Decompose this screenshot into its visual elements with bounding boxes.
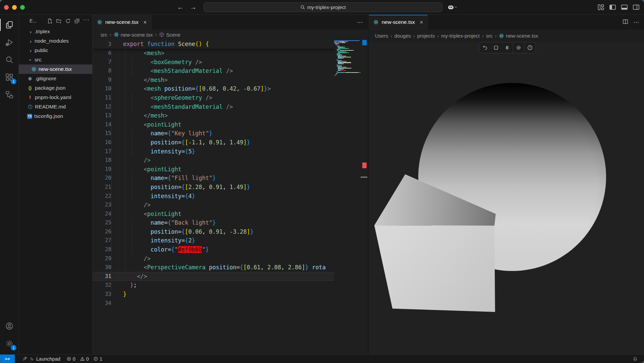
explorer-item-src[interactable]: ›src [19,55,92,64]
breadcrumb-Scene[interactable]: Scene [159,32,180,38]
nav-arrows: ← → [177,3,197,11]
code-line-22[interactable]: 22 intensity={4} [93,192,368,201]
activity-settings-icon[interactable]: 1 [0,335,18,352]
item-label: pnpm-lock.yaml [35,94,71,100]
forward-icon[interactable]: → [190,3,197,11]
explorer-item-tsconfig.json[interactable]: TStsconfig.json [19,111,92,121]
back-icon[interactable]: ← [177,3,184,11]
code-line-18[interactable]: 18 /> [93,156,368,165]
sticky-scroll-line[interactable]: 3export function Scene() { [93,40,368,49]
activity-run-debug-icon[interactable] [0,34,18,51]
minimize-button[interactable] [12,5,17,10]
activity-hierarchy-icon[interactable] [0,86,18,103]
new-file-icon[interactable] [47,18,53,24]
code-line-14[interactable]: 14 <pointLight [93,120,368,129]
tab-new-scene[interactable]: new-scene.tsx ✕ [93,15,151,30]
split-icon[interactable] [622,18,629,26]
zoom-button[interactable] [20,5,25,10]
line-number: 11 [93,93,111,102]
explorer-item-.gitignore[interactable]: .gitignore [19,74,92,83]
panel-tab-new-scene[interactable]: new-scene.tsx ✕ [369,15,428,30]
explorer-item-package.json[interactable]: {}package.json [19,83,92,93]
code-line-13[interactable]: 13 </mesh> [93,111,368,120]
gear-button[interactable] [513,42,524,53]
scene-viewport[interactable]: ? [369,42,644,354]
code-line-34[interactable]: 34 [93,299,368,308]
overview-ruler[interactable] [360,40,368,354]
more-icon[interactable]: ⋯ [357,19,363,26]
code-line-19[interactable]: 19 <pointLight [93,165,368,174]
tab-label: new-scene.tsx [105,19,139,25]
code-line-6[interactable]: 6 <mesh> [93,49,368,58]
more-icon[interactable]: ··· [83,18,89,24]
code-line-32[interactable]: 32 ); [93,281,368,290]
code-line-23[interactable]: 23 /> [93,200,368,210]
code-line-20[interactable]: 20 name={"Fill light"} [93,174,368,183]
new-folder-icon[interactable] [56,18,62,24]
rocket-icon [22,356,28,361]
pause-button[interactable] [501,42,513,53]
explorer-item-.triplex[interactable]: ›.triplex [19,27,92,36]
code-line-12[interactable]: 12 <meshStandardMaterial /> [93,102,368,111]
more-icon[interactable]: ⋯ [633,19,639,26]
close-panel-tab-icon[interactable]: ✕ [420,20,423,25]
help-button[interactable]: ? [525,42,536,53]
copilot-button[interactable]: › [447,3,457,11]
explorer-item-node_modules[interactable]: ›node_modules [19,36,92,46]
chevron-right-icon: › [29,38,33,44]
close-button[interactable] [4,5,9,10]
code-line-11[interactable]: 11 <sphereGeometry /> [93,93,368,102]
breadcrumb-src[interactable]: src [101,32,107,38]
code-line-15[interactable]: 15 name={"Key light"} [93,129,368,138]
code-line-26[interactable]: 26 position={[0.06, 0.91, -3.28]} [93,227,368,236]
explorer-item-README.md[interactable]: README.md [19,102,92,111]
problems-item[interactable]: 0 0 1 [63,355,105,363]
code-line-24[interactable]: 24 <pointLight [93,210,368,219]
code-line-25[interactable]: 25 name={"Back light"} [93,218,368,227]
undo-button[interactable] [479,42,490,53]
breadcrumb-douges[interactable]: douges [394,33,411,39]
code-line-31[interactable]: 31 </> [93,272,368,281]
explorer-item-public[interactable]: ›public [19,46,92,55]
activity-explorer-icon[interactable] [0,16,18,34]
line-number: 21 [93,183,111,192]
launchpad-item[interactable]: Launchpad [19,355,63,363]
breadcrumb-Users[interactable]: Users [375,33,388,39]
frame-button[interactable] [490,42,501,53]
refresh-icon[interactable] [65,18,71,24]
code-line-28[interactable]: 28 color={"#ef0b0b"} [93,245,368,254]
code-line-9[interactable]: 9 </mesh> [93,76,368,85]
code-line-7[interactable]: 7 <boxGeometry /> [93,58,368,67]
toggle-sidebar-left-icon[interactable] [609,3,616,11]
code-line-27[interactable]: 27 intensity={2} [93,236,368,245]
code-line-30[interactable]: 30 <PerspectiveCamera position={[0.61, 2… [93,263,368,272]
activity-search-icon[interactable] [0,51,18,69]
activity-account-icon[interactable] [0,317,18,335]
remote-indicator[interactable]: >< [0,355,15,363]
minimap[interactable] [334,40,360,354]
breadcrumb-src[interactable]: src [486,33,493,39]
code-line-21[interactable]: 21 position={[2.28, 0.91, 1.49]} [93,183,368,192]
code-line-17[interactable]: 17 intensity={5} [93,147,368,156]
toggle-sidebar-right-icon[interactable] [632,3,640,11]
command-center[interactable]: my-triplex-project [204,2,442,12]
activity-extensions-icon[interactable]: 1 [0,69,18,86]
breadcrumb-new-scene.tsx[interactable]: new-scene.tsx [114,32,153,38]
code-line-29[interactable]: 29 /> [93,254,368,263]
collapse-all-icon[interactable] [74,18,80,24]
code-line-33[interactable]: 33} [93,290,368,299]
close-tab-icon[interactable]: ✕ [143,20,147,25]
breadcrumb-my-triplex-project[interactable]: my-triplex-project [441,33,480,39]
notifications-bell[interactable] [630,356,641,361]
breadcrumb-projects[interactable]: projects [417,33,435,39]
code-line-3[interactable]: 3export function Scene() { [93,40,368,49]
toggle-panel-bottom-icon[interactable] [621,3,628,11]
code-line-10[interactable]: 10 <mesh position={[0.68, 0.42, -0.67]}> [93,84,368,93]
code-line-8[interactable]: 8 <meshStandardMaterial /> [93,66,368,76]
explorer-item-new-scene.tsx[interactable]: new-scene.tsx [19,64,92,74]
code-line-16[interactable]: 16 position={[-1.1, 0.91, 1.49]} [93,138,368,147]
breadcrumb-new-scene.tsx[interactable]: new-scene.tsx [499,33,538,39]
editor-content[interactable]: 6 <mesh>7 <boxGeometry />8 <meshStandard… [93,40,368,354]
explorer-item-pnpm-lock.yaml[interactable]: !pnpm-lock.yaml [19,93,92,102]
customize-layout-icon[interactable] [597,3,605,11]
